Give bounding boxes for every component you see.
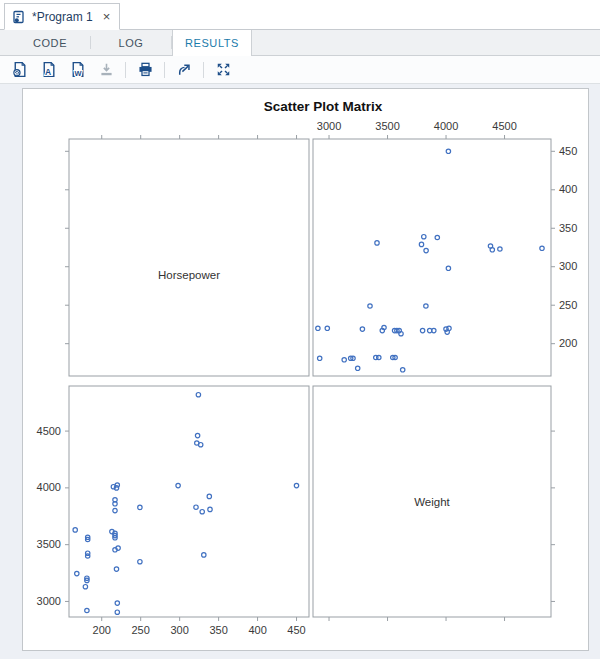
diagonal-label-horsepower: Horsepower [158,269,220,281]
results-card: Scatter Plot Matrix300035004000450020025… [22,88,589,651]
weight-axis-label: 4000 [37,481,61,493]
toolbar-divider [203,62,204,78]
download-word-button[interactable]: W [65,59,89,81]
download-results-button[interactable] [94,59,118,81]
horsepower-axis-label: 200 [93,624,111,636]
horsepower-axis-label: 250 [132,624,150,636]
html-document-icon [11,61,28,78]
view-tab-bar: CODE LOG RESULTS [0,30,600,56]
horsepower-axis-label: 450 [287,624,305,636]
printer-icon [137,61,154,78]
toolbar-divider [164,62,165,78]
weight-axis-label: 3000 [37,595,61,607]
word-document-icon: W [69,61,86,78]
results-toolbar: A W [0,56,600,84]
tab-program-1[interactable]: *Program 1 × [4,3,120,30]
horsepower-axis-label: 350 [209,624,227,636]
horsepower-axis-label: 300 [559,260,577,272]
toolbar-divider [125,62,126,78]
tab-code[interactable]: CODE [10,30,90,55]
download-icon [98,61,115,78]
matrix-panel-tr [313,139,551,376]
weight-axis-label: 3000 [317,120,341,132]
results-content: Scatter Plot Matrix300035004000450020025… [0,84,600,659]
tab-log[interactable]: LOG [91,30,171,55]
program-file-icon [12,10,26,24]
pdf-document-icon: A [40,61,57,78]
tab-results[interactable]: RESULTS [172,30,252,56]
scatter-plot-matrix: Scatter Plot Matrix300035004000450020025… [23,89,588,650]
download-pdf-button[interactable]: A [36,59,60,81]
matrix-panel-tl [69,139,309,376]
weight-axis-label: 4500 [492,120,516,132]
svg-text:W: W [74,69,81,78]
horsepower-axis-label: 250 [559,299,577,311]
weight-axis-label: 3500 [375,120,399,132]
print-results-button[interactable] [133,59,157,81]
maximize-view-button[interactable] [211,59,235,81]
svg-text:A: A [44,67,50,77]
refresh-html-results-button[interactable] [7,59,31,81]
maximize-icon [215,61,232,78]
chart-title: Scatter Plot Matrix [264,99,383,114]
open-new-window-button[interactable] [172,59,196,81]
weight-axis-label: 3500 [37,538,61,550]
matrix-panel-bl [69,386,309,617]
horsepower-axis-label: 300 [170,624,188,636]
horsepower-axis-label: 400 [248,624,266,636]
close-tab-icon[interactable]: × [103,10,111,23]
sas-studio-window: *Program 1 × CODE LOG RESULTS A [0,0,600,84]
horsepower-axis-label: 450 [559,145,577,157]
horsepower-axis-label: 350 [559,222,577,234]
open-new-window-icon [176,61,193,78]
program-tab-title: *Program 1 [32,10,93,24]
weight-axis-label: 4500 [37,425,61,437]
program-tab-bar: *Program 1 × [0,0,600,30]
diagonal-label-weight: Weight [414,496,450,508]
horsepower-axis-label: 200 [559,337,577,349]
weight-axis-label: 4000 [434,120,458,132]
horsepower-axis-label: 400 [559,183,577,195]
